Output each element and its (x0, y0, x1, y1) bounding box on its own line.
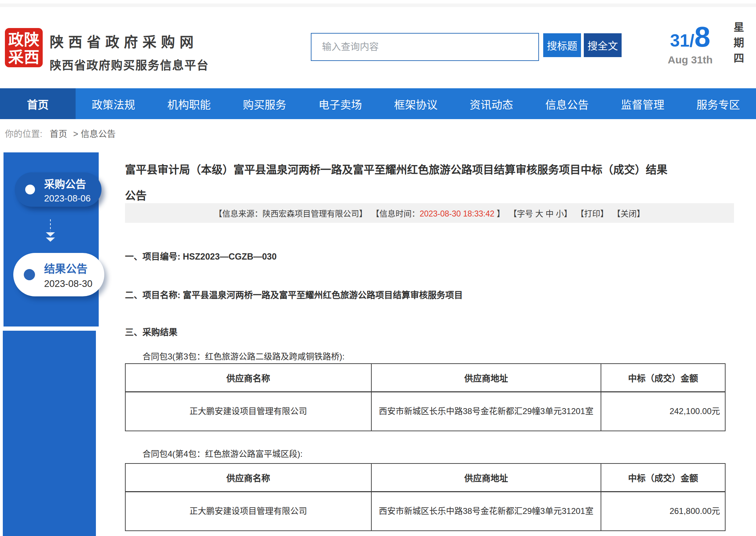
section-project-name: 二、项目名称: 富平县温泉河两桥一路及富平至耀州红色旅游公路项目结算审核服务项目 (125, 288, 463, 301)
logo-char: 采 (8, 49, 24, 66)
col-header-award-amount: 中标（成交）金额 (601, 463, 725, 492)
section-project-number: 一、项目编号: HSZ2023—CGZB—030 (125, 249, 276, 262)
date-block: 31/8 Aug 31th (655, 20, 725, 66)
search-title-button[interactable]: 搜标题 (543, 33, 581, 57)
cell-award-amount: 242,100.00元 (601, 392, 725, 431)
meta-time: 【信息时间：2023-08-30 18:33:42 】 (371, 207, 505, 219)
col-header-award-amount: 中标（成交）金额 (601, 364, 725, 392)
result-table-package3: 供应商名称 供应商地址 中标（成交）金额 正大鹏安建设项目管理有限公司 西安市新… (125, 363, 726, 431)
logo-char: 陕 (24, 31, 40, 49)
timeline-step-label: 采购公告 (44, 176, 91, 191)
breadcrumb-prefix: 你的位置: (5, 129, 42, 139)
meta-print-button[interactable]: 【打印】 (576, 207, 608, 219)
date-month: 8 (694, 21, 710, 53)
package3-heading: 合同包3(第3包：红色旅游公路二级路及跨咸铜铁路桥): (142, 350, 344, 362)
timeline-dot-icon (24, 269, 35, 280)
nav-item-emarket[interactable]: 电子卖场 (302, 88, 378, 119)
cell-supplier-name: 正大鹏安建设项目管理有限公司 (125, 492, 371, 531)
date-day: 31 (670, 31, 690, 50)
meta-font-size-controls[interactable]: 【字号 大 中 小】 (509, 207, 572, 219)
nav-item-policy[interactable]: 政策法规 (76, 88, 151, 119)
logo-char: 政 (8, 31, 24, 49)
breadcrumb-home-link[interactable]: 首页 (50, 129, 67, 139)
nav-item-supervision[interactable]: 监督管理 (605, 88, 680, 119)
cell-award-amount: 261,800.00元 (601, 492, 725, 531)
col-header-supplier-address: 供应商地址 (371, 364, 601, 392)
nav-item-announcements[interactable]: 信息公告 (529, 88, 605, 119)
timeline-step-label: 结果公告 (44, 260, 92, 276)
nav-item-purchase-service[interactable]: 购买服务 (227, 88, 302, 119)
table-header-row: 供应商名称 供应商地址 中标（成交）金额 (125, 364, 725, 392)
col-header-supplier-name: 供应商名称 (125, 463, 371, 492)
site-name: 陕西省政府采购网 (50, 31, 209, 51)
col-header-supplier-name: 供应商名称 (125, 364, 371, 392)
main-nav: 首页 政策法规 机构职能 购买服务 电子卖场 框架协议 资讯动态 信息公告 监督… (0, 88, 756, 119)
timeline-step-date: 2023-08-30 (44, 279, 92, 289)
site-logo-seal[interactable]: 政 陕 采 西 (5, 28, 43, 67)
meta-source: 【信息来源：陕西宏森项目管理有限公司】 (214, 207, 367, 219)
search-input[interactable] (312, 34, 538, 60)
top-strip (0, 4, 756, 7)
meta-time-value: 2023-08-30 18:33:42 (420, 209, 495, 218)
site-names: 陕西省政府采购网 陕西省政府购买服务信息平台 (50, 31, 209, 73)
timeline-step-date: 2023-08-06 (44, 193, 91, 204)
meta-close-button[interactable]: 【关闭】 (612, 207, 645, 219)
table-header-row: 供应商名称 供应商地址 中标（成交）金额 (125, 463, 725, 492)
breadcrumb-current[interactable]: 信息公告 (80, 129, 115, 139)
table-row: 正大鹏安建设项目管理有限公司 西安市新城区长乐中路38号金花新都汇29幢3单元3… (125, 392, 725, 431)
cell-supplier-name: 正大鹏安建设项目管理有限公司 (125, 392, 371, 431)
search-fulltext-button[interactable]: 搜全文 (584, 33, 622, 57)
cell-supplier-address: 西安市新城区长乐中路38号金花新都汇29幢3单元31201室 (371, 492, 601, 531)
timeline-step-purchase-announcement[interactable]: 采购公告 2023-08-06 (15, 172, 102, 207)
nav-item-framework[interactable]: 框架协议 (378, 88, 454, 119)
sidebar-lower-panel (3, 331, 96, 536)
cell-supplier-address: 西安市新城区长乐中路38号金花新都汇29幢3单元31201室 (371, 392, 601, 431)
article-meta-bar: 【信息来源：陕西宏森项目管理有限公司】 【信息时间：2023-08-30 18:… (125, 203, 734, 223)
nav-item-functions[interactable]: 机构职能 (151, 88, 227, 119)
logo-char: 西 (24, 49, 40, 66)
search-box (311, 33, 539, 61)
timeline-step-result-announcement[interactable]: 结果公告 2023-08-30 (13, 253, 104, 296)
section-procurement-result: 三、采购结果 (125, 325, 177, 338)
result-table-package4: 供应商名称 供应商地址 中标（成交）金额 正大鹏安建设项目管理有限公司 西安市新… (125, 463, 726, 531)
date-numeric: 31/8 (655, 20, 725, 53)
weekday-label: 星期四 (730, 22, 746, 68)
nav-item-news[interactable]: 资讯动态 (454, 88, 529, 119)
col-header-supplier-address: 供应商地址 (371, 463, 601, 492)
breadcrumb-separator: > (73, 129, 78, 139)
timeline-dot-icon (25, 185, 35, 194)
site-subtitle: 陕西省政府购买服务信息平台 (50, 56, 209, 73)
package4-heading: 合同包4(第4包：红色旅游公路富平城区段): (142, 447, 302, 459)
table-row: 正大鹏安建设项目管理有限公司 西安市新城区长乐中路38号金花新都汇29幢3单元3… (125, 492, 725, 531)
date-separator: / (690, 31, 694, 50)
page-title: 富平县审计局（本级）富平县温泉河两桥一路及富平至耀州红色旅游公路项目结算审核服务… (125, 157, 671, 209)
nav-item-home[interactable]: 首页 (0, 88, 76, 119)
nav-item-service-zone[interactable]: 服务专区 (680, 88, 756, 119)
timeline-down-arrow-icon (46, 219, 55, 242)
page: 政 陕 采 西 陕西省政府采购网 陕西省政府购买服务信息平台 搜标题 搜全文 3… (0, 0, 756, 536)
date-english: Aug 31th (655, 54, 725, 66)
breadcrumb: 你的位置: 首页 > 信息公告 (5, 127, 115, 139)
